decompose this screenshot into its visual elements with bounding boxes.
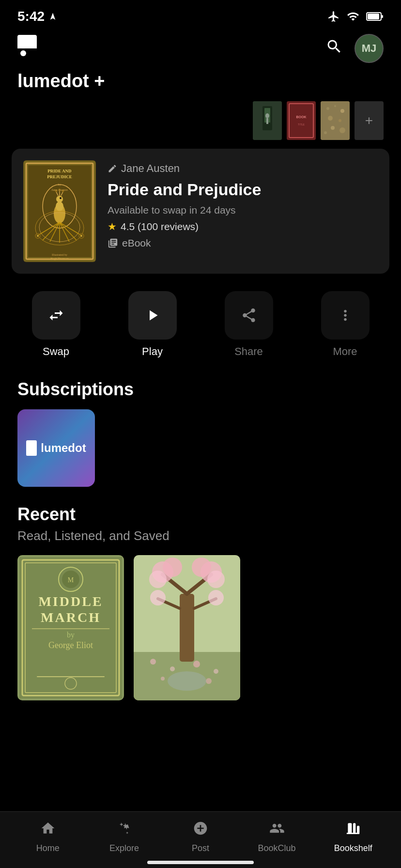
book-availability: Available to swap in 24 days bbox=[108, 204, 378, 216]
svg-rect-103 bbox=[347, 833, 360, 834]
header-right: MJ bbox=[325, 34, 384, 63]
nav-explore[interactable]: Explore bbox=[86, 821, 163, 853]
play-triangle-icon bbox=[144, 307, 161, 324]
svg-point-32 bbox=[56, 196, 63, 202]
nav-home[interactable]: Home bbox=[10, 821, 86, 853]
svg-point-10 bbox=[265, 113, 269, 118]
status-icons bbox=[327, 10, 384, 23]
svg-point-52 bbox=[80, 235, 82, 237]
middlemarch-cover: M MIDDLE MARCH by George Eliot bbox=[17, 555, 124, 700]
shelf-thumbnails: BOOK TITLE bbox=[0, 101, 401, 149]
svg-text:PREJUDICE: PREJUDICE bbox=[47, 174, 72, 179]
svg-point-31 bbox=[56, 202, 63, 211]
book-info: Jane Austen Pride and Prejudice Availabl… bbox=[108, 160, 378, 262]
thumb-book-2[interactable]: BOOK TITLE bbox=[287, 101, 316, 140]
svg-rect-101 bbox=[353, 823, 355, 833]
svg-rect-99 bbox=[134, 555, 240, 700]
more-icon-bg bbox=[321, 291, 370, 340]
book-title: Pride and Prejudice bbox=[108, 180, 378, 200]
svg-text:Hugh Thomson: Hugh Thomson bbox=[50, 257, 68, 260]
battery-icon bbox=[366, 12, 384, 21]
bottom-nav: Home Explore Post BookClub bbox=[0, 811, 401, 868]
svg-point-22 bbox=[331, 126, 335, 130]
more-button[interactable]: More bbox=[301, 291, 389, 358]
svg-rect-74 bbox=[37, 676, 105, 677]
logo-icon bbox=[17, 35, 37, 62]
wifi-icon bbox=[347, 10, 359, 23]
play-icon-bg bbox=[128, 291, 177, 340]
nav-bookclub[interactable]: BookClub bbox=[239, 821, 315, 853]
more-dots-icon bbox=[337, 307, 354, 324]
svg-point-23 bbox=[339, 127, 345, 133]
svg-rect-102 bbox=[357, 826, 359, 834]
svg-point-17 bbox=[326, 107, 329, 110]
swap-arrows-icon bbox=[47, 307, 65, 324]
explore-icon bbox=[116, 821, 132, 839]
bookshelf-svg-icon bbox=[345, 821, 361, 836]
middlemarch-book[interactable]: M MIDDLE MARCH by George Eliot bbox=[17, 555, 124, 700]
svg-text:Illustrated by: Illustrated by bbox=[52, 253, 67, 256]
svg-rect-11 bbox=[266, 118, 268, 124]
floral-book[interactable] bbox=[134, 555, 240, 700]
action-buttons: Swap Play Share More bbox=[0, 291, 401, 379]
svg-text:MARCH: MARCH bbox=[41, 610, 101, 625]
ebook-icon bbox=[108, 238, 118, 248]
svg-rect-100 bbox=[348, 823, 352, 833]
svg-rect-2 bbox=[382, 15, 383, 18]
svg-text:BOOK: BOOK bbox=[296, 115, 307, 119]
svg-point-6 bbox=[20, 50, 26, 56]
swap-button[interactable]: Swap bbox=[12, 291, 100, 358]
sub-gradient-bg: lumedot bbox=[17, 409, 95, 487]
people-svg-icon bbox=[269, 821, 285, 836]
svg-point-33 bbox=[60, 197, 62, 199]
bookclub-icon bbox=[269, 821, 285, 839]
svg-point-18 bbox=[334, 105, 336, 107]
svg-text:TITLE: TITLE bbox=[298, 123, 305, 126]
svg-rect-12 bbox=[287, 101, 316, 140]
book-rating: ★ 4.5 (100 reviews) bbox=[108, 221, 378, 232]
svg-text:MIDDLE: MIDDLE bbox=[38, 594, 103, 609]
recent-books: M MIDDLE MARCH by George Eliot bbox=[0, 555, 401, 710]
pen-icon bbox=[108, 164, 117, 173]
thumb-book-1[interactable] bbox=[253, 101, 282, 140]
post-icon bbox=[193, 821, 208, 839]
home-indicator bbox=[147, 861, 254, 864]
svg-point-61 bbox=[27, 449, 32, 453]
svg-text:George Eliot: George Eliot bbox=[48, 640, 93, 650]
book-author: Jane Austen bbox=[108, 162, 378, 175]
search-icon bbox=[325, 38, 343, 55]
svg-text:M: M bbox=[68, 576, 74, 584]
sparkles-svg-icon bbox=[116, 821, 132, 836]
floral-cover bbox=[134, 555, 240, 700]
svg-rect-1 bbox=[368, 14, 379, 19]
share-icon bbox=[241, 307, 257, 324]
home-svg-icon bbox=[40, 821, 56, 836]
svg-point-76 bbox=[68, 681, 74, 686]
bookshelf-icon bbox=[345, 821, 361, 839]
svg-text:Jane Austen: Jane Austen bbox=[51, 188, 68, 192]
svg-rect-5 bbox=[17, 56, 37, 62]
share-button[interactable]: Share bbox=[204, 291, 293, 358]
nav-post[interactable]: Post bbox=[162, 821, 239, 853]
lumedot-subscription[interactable]: lumedot bbox=[17, 409, 95, 487]
play-button[interactable]: Play bbox=[108, 291, 197, 358]
location-arrow-icon bbox=[48, 12, 57, 21]
book-type: eBook bbox=[108, 237, 378, 249]
add-to-shelf-button[interactable]: + bbox=[355, 101, 384, 140]
sub-name: lumedot bbox=[41, 441, 86, 455]
avatar[interactable]: MJ bbox=[355, 34, 384, 63]
nav-bookshelf[interactable]: Bookshelf bbox=[315, 821, 391, 853]
recent-title: Recent bbox=[0, 504, 401, 528]
thumb-book-3[interactable] bbox=[321, 101, 350, 140]
status-time: 5:42 bbox=[17, 9, 57, 24]
swap-icon-bg bbox=[32, 291, 80, 340]
pride-prejudice-cover: PRIDE AND PREJUDICE by Jane Austen Illus… bbox=[23, 160, 96, 262]
book-cover: PRIDE AND PREJUDICE by Jane Austen Illus… bbox=[23, 160, 96, 262]
book-card: PRIDE AND PREJUDICE by Jane Austen Illus… bbox=[12, 149, 389, 274]
svg-point-20 bbox=[328, 116, 333, 121]
subscriptions-title: Subscriptions bbox=[0, 379, 401, 409]
search-button[interactable] bbox=[325, 38, 343, 59]
plus-circle-svg-icon bbox=[193, 821, 208, 836]
svg-point-21 bbox=[339, 119, 341, 122]
app-logo bbox=[17, 35, 37, 62]
